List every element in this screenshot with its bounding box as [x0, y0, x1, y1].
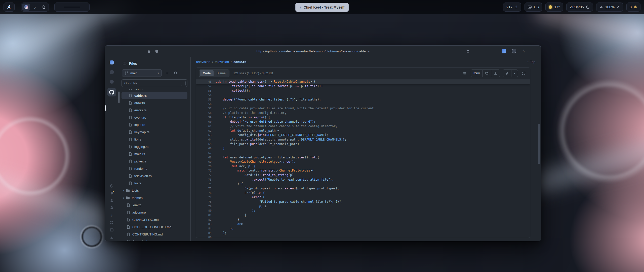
search-tree-button[interactable]: [172, 70, 179, 76]
tree-item-logging.rs[interactable]: logging.rs: [122, 143, 187, 150]
workspace-button[interactable]: [22, 4, 30, 11]
line-number[interactable]: 75: [196, 186, 216, 191]
line-number[interactable]: 65: [196, 142, 216, 147]
goto-file-input[interactable]: Go to file t: [122, 79, 187, 87]
downloads-icon[interactable]: [109, 235, 114, 239]
line-number[interactable]: 73: [196, 178, 216, 182]
line-number[interactable]: 69: [196, 160, 216, 164]
lock-icon[interactable]: [147, 49, 151, 53]
line-number[interactable]: 64: [196, 138, 216, 142]
notifications-widget[interactable]: 8: [626, 3, 640, 12]
taskbar-window-pill[interactable]: [54, 3, 90, 12]
tab-blame[interactable]: Blame: [214, 72, 228, 75]
line-number[interactable]: 63: [196, 133, 216, 138]
line-number[interactable]: 56: [196, 102, 216, 107]
line-number[interactable]: 82: [196, 218, 216, 222]
notification-bell-icon[interactable]: [109, 191, 114, 195]
apps-grid-icon[interactable]: [109, 220, 114, 225]
line-number[interactable]: 66: [196, 146, 216, 151]
location-icon[interactable]: [109, 184, 114, 188]
tree-item-tui.rs[interactable]: tui.rs: [122, 180, 187, 187]
music-app-button[interactable]: ♪: [31, 4, 39, 11]
tree-item-Cargo.lock[interactable]: Cargo.lock: [122, 238, 187, 241]
copy-link-icon[interactable]: [466, 49, 469, 53]
audio-widget[interactable]: 100%: [596, 3, 623, 12]
page-scrollbar-thumb[interactable]: [538, 124, 540, 164]
tree-item-CODE_OF_CONDUCT.md[interactable]: CODE_OF_CONDUCT.md: [122, 223, 187, 231]
line-number[interactable]: 79: [196, 204, 216, 209]
tree-item-.envrc[interactable]: .envrc: [122, 201, 187, 209]
edit-dropdown-caret[interactable]: ▾: [511, 70, 518, 77]
notes-app-button[interactable]: [40, 4, 48, 11]
line-number[interactable]: 76: [196, 191, 216, 195]
line-number[interactable]: 54: [196, 93, 216, 97]
media-note-icon[interactable]: ♪: [109, 213, 114, 217]
tree-item-input.rs[interactable]: input.rs: [122, 121, 187, 128]
tree-item-CHANGELOG.md[interactable]: CHANGELOG.md: [122, 216, 187, 223]
code-symbols-icon[interactable]: [462, 70, 468, 77]
branch-selector[interactable]: main ▾: [122, 69, 162, 77]
tree-scrollbar-thumb[interactable]: [118, 91, 119, 103]
line-number[interactable]: 85: [196, 231, 216, 235]
line-number[interactable]: 72: [196, 173, 216, 178]
tree-item-cable.rs[interactable]: cable.rs: [122, 92, 187, 99]
line-number[interactable]: 60: [196, 120, 216, 124]
raw-button[interactable]: Raw: [471, 70, 482, 77]
line-number[interactable]: 59: [196, 115, 216, 120]
line-number[interactable]: 86: [196, 235, 216, 238]
updates-widget[interactable]: 217: [503, 3, 521, 12]
breadcrumb-folder[interactable]: television: [215, 60, 229, 64]
extension-icon[interactable]: [502, 49, 506, 53]
tree-item-themes[interactable]: ▸themes: [122, 194, 187, 201]
tree-item-keymap.rs[interactable]: keymap.rs: [122, 128, 187, 136]
breadcrumb-repo[interactable]: television: [196, 60, 210, 64]
line-number[interactable]: 43: [196, 79, 216, 84]
tree-item-tests[interactable]: ▸tests: [122, 187, 187, 194]
copy-file-icon[interactable]: [482, 70, 491, 77]
line-number[interactable]: 62: [196, 129, 216, 133]
tree-item-app.rs[interactable]: app.rs: [122, 89, 187, 92]
line-number[interactable]: 57: [196, 106, 216, 111]
back-to-top-link[interactable]: ↑ Top: [527, 60, 535, 64]
tab-code[interactable]: Code: [200, 70, 214, 76]
pinned-tab-3[interactable]: [108, 78, 115, 85]
bookmark-star-icon[interactable]: ☆: [522, 49, 526, 53]
line-number[interactable]: 68: [196, 155, 216, 160]
new-file-button[interactable]: [164, 70, 170, 76]
download-file-icon[interactable]: [491, 70, 500, 77]
line-number[interactable]: 71: [196, 168, 216, 173]
tree-item-main.rs[interactable]: main.rs: [122, 150, 187, 158]
now-playing-widget[interactable]: ♪ Chief Keef - Treat Myself: [295, 3, 349, 12]
pinned-tab-2[interactable]: [108, 69, 115, 75]
tree-item-television.rs[interactable]: television.rs: [122, 172, 187, 180]
keyboard-layout-widget[interactable]: US: [525, 3, 542, 12]
weather-widget[interactable]: 17°: [545, 3, 563, 12]
line-number[interactable]: 52: [196, 84, 216, 89]
tree-item-lib.rs[interactable]: lib.rs: [122, 136, 187, 143]
line-number[interactable]: 80: [196, 209, 216, 213]
line-number[interactable]: 84: [196, 226, 216, 231]
line-number[interactable]: 74: [196, 182, 216, 186]
profile-icon[interactable]: [109, 198, 114, 203]
edit-pencil-icon[interactable]: [503, 70, 511, 77]
line-number[interactable]: 58: [196, 111, 216, 115]
line-number[interactable]: 53: [196, 89, 216, 93]
more-menu-icon[interactable]: ⋯: [531, 49, 535, 53]
tree-item-event.rs[interactable]: event.rs: [122, 114, 187, 121]
tree-item-picker.rs[interactable]: picker.rs: [122, 158, 187, 165]
line-number[interactable]: 70: [196, 164, 216, 169]
line-number[interactable]: 78: [196, 200, 216, 204]
sidebar-toggle-icon[interactable]: [123, 61, 127, 65]
pinned-tab-1[interactable]: [108, 59, 115, 66]
github-tab[interactable]: [107, 88, 116, 96]
line-number[interactable]: 61: [196, 124, 216, 129]
line-number[interactable]: 77: [196, 195, 216, 200]
tree-item-render.rs[interactable]: render.rs: [122, 165, 187, 172]
line-number[interactable]: 55: [196, 97, 216, 102]
line-number[interactable]: 81: [196, 213, 216, 218]
launcher-button[interactable]: A: [4, 3, 15, 12]
tree-item-draw.rs[interactable]: draw.rs: [122, 99, 187, 107]
password-manager-icon[interactable]: [512, 49, 516, 53]
archive-box-icon[interactable]: [109, 227, 114, 232]
tree-item-CONTRIBUTING.md[interactable]: CONTRIBUTING.md: [122, 231, 187, 238]
